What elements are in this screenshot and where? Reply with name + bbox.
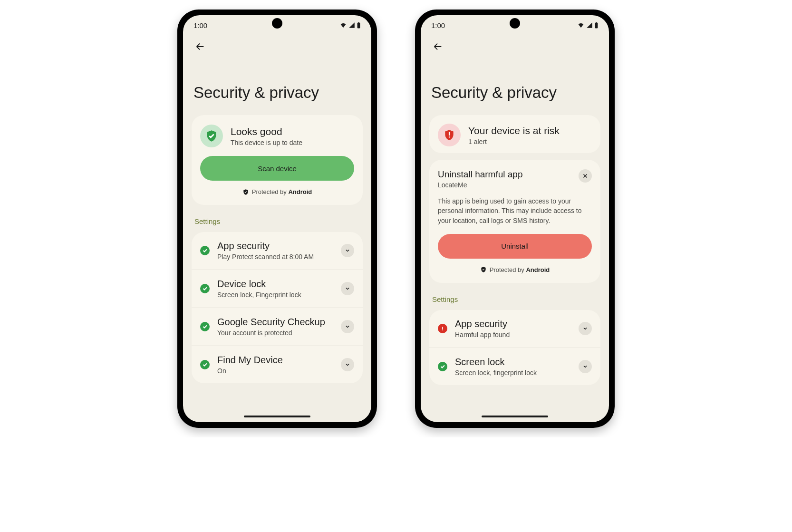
check-icon (438, 362, 447, 371)
screen-left: 1:00 Security & privacy (183, 15, 371, 422)
status-title: Looks good (231, 126, 302, 137)
protected-by: Protected by Android (200, 188, 354, 195)
shield-icon (242, 189, 249, 195)
phone-left: 1:00 Security & privacy (177, 10, 377, 428)
chevron-down-icon (345, 248, 350, 253)
svg-rect-1 (358, 22, 359, 23)
check-icon (200, 360, 210, 369)
svg-rect-0 (357, 23, 360, 29)
status-subtitle: 1 alert (468, 138, 560, 145)
expand-button[interactable] (341, 358, 354, 371)
setting-title: App security (217, 241, 333, 251)
expand-button[interactable] (341, 282, 354, 295)
svg-rect-5 (449, 136, 450, 137)
back-arrow-icon (195, 41, 205, 52)
alert-title: Uninstall harmful app (438, 169, 522, 180)
settings-label: Settings (432, 295, 600, 303)
back-arrow-icon (433, 41, 443, 52)
protected-by: Protected by Android (438, 266, 592, 273)
status-risk-icon (438, 124, 461, 146)
expand-button[interactable] (579, 360, 592, 373)
status-card: Looks good This device is up to date Sca… (192, 115, 363, 205)
check-icon (200, 322, 210, 331)
battery-icon (594, 22, 599, 29)
status-icons (339, 22, 361, 29)
status-subtitle: This device is up to date (231, 139, 302, 146)
setting-subtitle: Your account is protected (217, 329, 333, 337)
close-icon (582, 173, 588, 179)
shield-icon (480, 266, 487, 273)
setting-subtitle: Screen lock, Fingerprint lock (217, 291, 333, 299)
settings-list: App security Harmful app found Screen lo… (429, 310, 600, 385)
setting-subtitle: Screen lock, fingerprint lock (455, 369, 571, 377)
check-icon (200, 246, 210, 255)
setting-google-security-checkup[interactable]: Google Security Checkup Your account is … (192, 308, 363, 346)
alert-card: Uninstall harmful app LocateMe This app … (429, 160, 600, 283)
setting-find-my-device[interactable]: Find My Device On (192, 346, 363, 383)
status-time: 1:00 (193, 21, 207, 29)
signal-icon (348, 22, 356, 29)
screen-right: 1:00 Security & privacy (421, 15, 609, 422)
status-good-icon (200, 125, 223, 147)
back-button[interactable] (429, 38, 446, 55)
setting-app-security[interactable]: App security Harmful app found (429, 310, 600, 348)
alert-body: This app is being used to gain access to… (438, 196, 592, 225)
status-icons (577, 22, 599, 29)
settings-list: App security Play Protect scanned at 8:0… (192, 232, 363, 383)
svg-rect-6 (442, 327, 443, 329)
shield-check-icon (205, 129, 218, 143)
setting-title: Google Security Checkup (217, 317, 333, 328)
chevron-down-icon (345, 286, 350, 291)
chevron-down-icon (582, 326, 588, 331)
alert-icon (438, 324, 447, 333)
setting-title: App security (455, 319, 571, 329)
wifi-icon (339, 22, 347, 29)
setting-subtitle: On (217, 367, 333, 375)
expand-button[interactable] (579, 322, 592, 335)
expand-button[interactable] (341, 244, 354, 257)
nav-row (421, 35, 609, 55)
chevron-down-icon (345, 324, 350, 329)
status-time: 1:00 (431, 21, 445, 29)
setting-device-lock[interactable]: Device lock Screen lock, Fingerprint loc… (192, 270, 363, 308)
svg-rect-3 (596, 22, 597, 23)
setting-title: Find My Device (217, 355, 333, 366)
check-icon (200, 284, 210, 293)
setting-screen-lock[interactable]: Screen lock Screen lock, fingerprint loc… (429, 348, 600, 385)
setting-app-security[interactable]: App security Play Protect scanned at 8:0… (192, 232, 363, 270)
svg-rect-2 (595, 23, 598, 29)
shield-alert-icon (443, 129, 455, 141)
page-title: Security & privacy (431, 84, 600, 102)
setting-subtitle: Play Protect scanned at 8:00 AM (217, 253, 333, 261)
phone-right: 1:00 Security & privacy (415, 10, 615, 428)
chevron-down-icon (582, 364, 588, 369)
chevron-down-icon (345, 362, 350, 368)
setting-title: Device lock (217, 279, 333, 290)
wifi-icon (577, 22, 585, 29)
settings-label: Settings (194, 217, 363, 225)
front-camera (274, 20, 280, 27)
battery-icon (357, 22, 361, 29)
alert-app-name: LocateMe (438, 181, 522, 189)
front-camera (512, 20, 518, 27)
expand-button[interactable] (341, 320, 354, 333)
status-card: Your device is at risk 1 alert (429, 115, 600, 153)
back-button[interactable] (192, 38, 209, 55)
dismiss-button[interactable] (579, 169, 592, 183)
uninstall-button[interactable]: Uninstall (438, 234, 592, 259)
svg-rect-7 (442, 329, 443, 330)
status-title: Your device is at risk (468, 125, 560, 136)
svg-rect-4 (449, 132, 450, 136)
page-title: Security & privacy (193, 84, 363, 102)
nav-row (183, 35, 371, 55)
scan-device-button[interactable]: Scan device (200, 156, 354, 181)
setting-title: Screen lock (455, 357, 571, 368)
signal-icon (586, 22, 593, 29)
setting-subtitle: Harmful app found (455, 331, 571, 339)
